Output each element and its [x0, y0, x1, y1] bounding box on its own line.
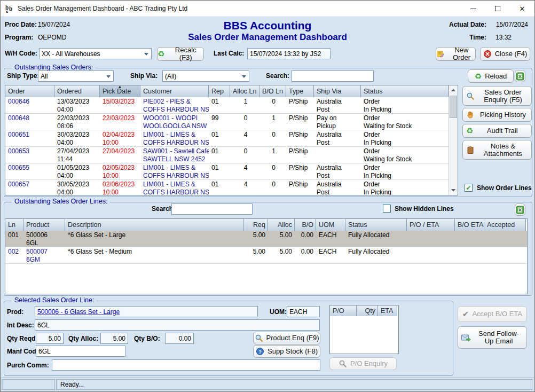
column-header[interactable]: P/O / ETA	[407, 219, 455, 231]
new-order-button[interactable]: New Order	[436, 47, 476, 61]
table-cell: 22/03/2023	[100, 114, 140, 130]
table-cell: 4	[230, 163, 259, 179]
orders-export-excel-button[interactable]	[515, 70, 525, 82]
column-header[interactable]: B/O ETA	[455, 219, 484, 231]
column-header[interactable]: B/O	[295, 219, 316, 231]
table-row[interactable]: 0025000076GM*6 Glass Set - Medium5.005.0…	[5, 247, 527, 264]
send-followup-email-button[interactable]: Send Follow-Up Email	[458, 326, 527, 349]
column-header[interactable]: Description	[65, 219, 244, 231]
audit-trail-button[interactable]: ♻ Audit Trail	[462, 124, 532, 138]
lines-table: LnProductDescriptionReqAllocB/OUOMStatus…	[5, 218, 528, 294]
product-enq-button[interactable]: Product Enq (F9)	[253, 332, 320, 344]
hand-icon	[466, 111, 475, 119]
table-cell: P/Ship	[286, 130, 314, 146]
table-row[interactable]: 00065501/05/202304:0002/05/202310:00LIM0…	[5, 163, 458, 180]
column-header[interactable]: UOM	[316, 219, 345, 231]
svg-text:s: s	[6, 9, 9, 13]
column-header[interactable]: Ln	[5, 219, 23, 231]
column-header[interactable]: B/O Ln	[259, 85, 286, 97]
qty-alloc-field: 5.00	[100, 333, 128, 344]
column-header[interactable]: ETA	[378, 305, 397, 316]
orders-search-field[interactable]	[292, 70, 374, 82]
purch-comm-field[interactable]	[52, 359, 320, 371]
table-cell: 0	[230, 114, 259, 130]
lines-export-excel-button[interactable]	[515, 203, 525, 216]
table-row[interactable]: 00065327/04/202311:4427/04/2023SAW001 - …	[5, 147, 458, 163]
column-header[interactable]: Pick Date▲	[100, 85, 140, 97]
scrollbar-thumb[interactable]	[450, 96, 457, 118]
table-cell: P/Ship	[286, 163, 314, 179]
table-cell: 02/04/202310:00	[100, 130, 140, 146]
orders-search-input[interactable]	[294, 71, 371, 81]
column-header[interactable]: Type	[286, 85, 314, 97]
prod-field[interactable]: 500006 - 6 Glass Set - Large	[35, 306, 258, 317]
notes-attachments-button[interactable]: Notes & Attachments	[462, 140, 532, 160]
table-row[interactable]: 00065130/03/202304:0002/04/202310:00LIM0…	[5, 130, 458, 147]
scroll-down-icon[interactable]	[449, 186, 458, 195]
orders-table-scrollbar[interactable]	[449, 85, 458, 195]
column-header[interactable]: Product	[23, 219, 65, 231]
prod-link[interactable]: 500006 - 6 Glass Set - Large	[37, 308, 120, 316]
table-row[interactable]: 00064822/03/202308:0622/03/2023WOO001 - …	[5, 114, 458, 130]
sales-order-enquiry-button[interactable]: Sales Order Enquiry (F5)	[462, 86, 532, 106]
po-table-body	[330, 316, 398, 354]
table-cell: *6 Glass Set - Medium	[65, 247, 244, 263]
wh-code-select[interactable]: XX - All Warehouses	[39, 48, 152, 59]
po-enquiry-button[interactable]: P/O Enquiry	[329, 357, 397, 370]
orders-table: OrderOrderedPick Date▲CustomerRepAlloc L…	[5, 85, 458, 195]
sort-asc-icon: ▲	[118, 85, 122, 89]
column-header[interactable]: Ship Via	[314, 85, 361, 97]
table-cell: OrderWaiting for Stock	[361, 114, 449, 130]
recycle-icon: ♻	[466, 127, 473, 135]
column-header[interactable]: Qty	[357, 305, 378, 316]
column-header[interactable]: Accepted	[484, 219, 526, 231]
table-cell: 000657	[5, 180, 54, 195]
purch-comm-label: Purch Comm:	[7, 362, 49, 369]
table-cell	[484, 247, 526, 263]
table-cell: 27/04/2023	[100, 147, 140, 163]
column-header[interactable]: Status	[345, 219, 407, 231]
lines-search-field[interactable]	[171, 203, 253, 215]
table-cell	[484, 231, 526, 247]
column-header[interactable]: Rep	[209, 85, 230, 97]
close-f4-button[interactable]: Close (F4)	[480, 47, 530, 61]
column-header[interactable]: P/O	[330, 305, 357, 316]
status-text: Ready...	[60, 381, 84, 388]
table-cell	[407, 231, 455, 247]
column-header[interactable]: Ordered	[54, 85, 100, 97]
table-cell: SAW001 - Sawtell CafeSAWTELL NSW 2452	[140, 147, 209, 163]
recalc-button[interactable]: ♻ Recalc (F3)	[157, 47, 204, 61]
column-header[interactable]: Customer	[140, 85, 209, 97]
column-header[interactable]: Alloc	[268, 219, 295, 231]
table-cell: 5.00	[244, 231, 268, 247]
ship-type-select[interactable]: All	[38, 70, 114, 82]
chevron-down-icon	[242, 75, 246, 78]
picking-history-button[interactable]: Picking History	[462, 108, 532, 122]
table-row[interactable]: 00065730/05/202304:0002/06/202310:00LIM0…	[5, 180, 458, 195]
table-cell: 4	[230, 180, 259, 195]
supp-stock-button[interactable]: ? Supp Stock (F8)	[253, 345, 320, 358]
lines-search-input[interactable]	[174, 204, 250, 214]
column-header[interactable]: Status	[361, 85, 449, 97]
orders-group-title: Outstanding Sales Orders:	[12, 64, 96, 71]
accept-bo-eta-button[interactable]: ✔ Accept B/O ETA	[458, 306, 527, 322]
audit-trail-label: Audit Trail	[476, 127, 528, 135]
uom-field: EACH	[287, 306, 320, 317]
manf-code-field[interactable]: 6GL	[36, 346, 125, 357]
ship-via-select[interactable]: (All)	[162, 70, 249, 82]
table-cell: LIM001 - LIMES &COFFS HARBOUR NSW	[140, 163, 209, 179]
scroll-up-icon[interactable]	[449, 85, 458, 95]
column-header[interactable]: Alloc Ln	[230, 85, 259, 97]
show-hidden-lines-checkbox[interactable]	[383, 205, 391, 213]
table-cell: 15/03/2023	[100, 97, 140, 113]
column-header[interactable]: Req	[244, 219, 268, 231]
table-cell: LIM001 - LIMES &COFFS HARBOUR NSW	[140, 130, 209, 146]
show-order-lines-checkbox[interactable]: ✔	[465, 184, 473, 192]
table-row[interactable]: 00064613/03/202304:0015/03/2023PIE002 - …	[5, 97, 458, 114]
column-header[interactable]: Order	[5, 85, 54, 97]
maximize-button[interactable]	[485, 1, 510, 17]
minimize-button[interactable]	[461, 1, 485, 17]
close-window-button[interactable]: ✕	[510, 1, 534, 17]
reload-button[interactable]: ♻ Reload	[468, 69, 514, 83]
table-row[interactable]: 0015000066GL*6 Glass Set - Large5.005.00…	[5, 231, 527, 247]
